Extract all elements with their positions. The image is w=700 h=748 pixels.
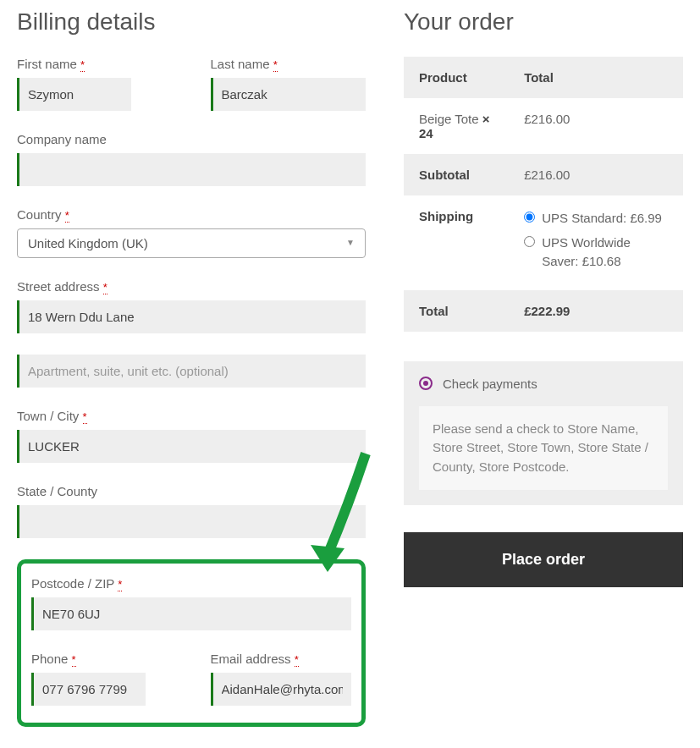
city-label: Town / City *: [17, 409, 366, 423]
total-label: Total: [404, 290, 509, 332]
postcode-input[interactable]: [31, 597, 351, 630]
shipping-row: Shipping UPS Standard: £6.99 UPS Worldwi…: [404, 195, 683, 290]
company-label: Company name: [17, 132, 366, 146]
street-label: Street address *: [17, 279, 366, 294]
billing-section: Billing details First name * Last name *…: [17, 8, 366, 727]
country-select[interactable]: United Kingdom (UK): [17, 228, 366, 258]
first-name-input[interactable]: [17, 78, 131, 111]
col-product: Product: [404, 57, 509, 98]
ship-radio-worldwide[interactable]: [524, 236, 535, 247]
postcode-label: Postcode / ZIP *: [31, 576, 351, 591]
last-name-label: Last name *: [211, 57, 367, 71]
country-selected-value: United Kingdom (UK): [28, 236, 148, 250]
ship-opt1-label: UPS Standard: £6.99: [542, 209, 662, 228]
country-label: Country *: [17, 207, 366, 222]
payment-description: Please send a check to Store Name, Store…: [419, 406, 668, 491]
ship-radio-standard[interactable]: [524, 212, 535, 223]
total-value: £222.99: [509, 290, 683, 332]
street2-input[interactable]: [17, 355, 366, 388]
payment-method-label: Check payments: [443, 377, 537, 391]
order-item-row: Beige Tote × 24 £216.00: [404, 98, 683, 154]
subtotal-value: £216.00: [509, 154, 683, 195]
email-input[interactable]: [211, 673, 352, 706]
phone-input[interactable]: [31, 673, 146, 706]
company-input[interactable]: [17, 153, 366, 186]
order-table: Product Total Beige Tote × 24 £216.00 Su…: [404, 57, 683, 332]
annotation-arrow-icon: [306, 445, 374, 580]
payment-box: Check payments Please send a check to St…: [404, 361, 683, 506]
item-name: Beige Tote: [419, 112, 482, 126]
street1-input[interactable]: [17, 300, 366, 333]
order-heading: Your order: [404, 8, 683, 36]
shipping-label: Shipping: [404, 195, 509, 290]
subtotal-row: Subtotal £216.00: [404, 154, 683, 195]
ship-opt2-label: UPS Worldwide Saver: £10.68: [542, 234, 668, 272]
svg-marker-0: [311, 545, 344, 572]
email-label: Email address *: [211, 652, 352, 666]
item-qty: 24: [419, 126, 433, 140]
place-order-button[interactable]: Place order: [404, 532, 683, 587]
highlight-box: Postcode / ZIP * Phone * Email address *: [17, 559, 366, 727]
payment-radio-check[interactable]: [419, 377, 433, 390]
last-name-input[interactable]: [211, 78, 367, 111]
item-total: £216.00: [509, 98, 683, 154]
first-name-label: First name *: [17, 57, 173, 71]
subtotal-label: Subtotal: [404, 154, 509, 195]
billing-heading: Billing details: [17, 8, 366, 36]
phone-label: Phone *: [31, 652, 173, 666]
order-section: Your order Product Total Beige Tote × 24…: [404, 8, 683, 727]
total-row: Total £222.99: [404, 290, 683, 332]
col-total: Total: [509, 57, 683, 98]
